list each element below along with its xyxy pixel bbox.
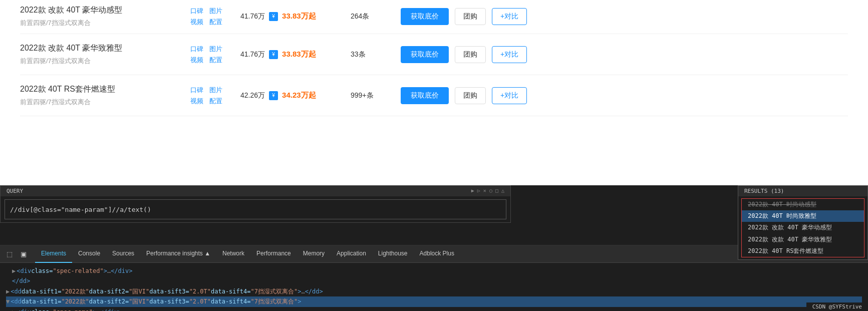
devtools-panel: QUERY ▶ ▷ ✕ ○ □ △ //div[@class="name-par… — [0, 185, 868, 311]
tab-console-label: Console — [78, 250, 100, 257]
result-item-4[interactable]: 2022款 40T RS套件燃速型 — [742, 245, 864, 257]
price-icon-2[interactable]: ¥ — [269, 91, 278, 100]
result-item-1[interactable]: 2022款 40T 时尚致雅型 — [742, 210, 864, 222]
guide-price: 41.76万 — [240, 12, 265, 21]
collapse-icon-3[interactable]: ▶ — [6, 286, 10, 296]
compare-button-2[interactable]: +对比 — [492, 87, 527, 104]
group-buy-button-1[interactable]: 团购 — [455, 46, 486, 63]
car-row-2: 2022款 40T RS套件燃速型 前置四驱/7挡湿式双离合 口碑 图片 视频 … — [20, 75, 848, 116]
query-label: QUERY — [7, 188, 23, 194]
tab-lighthouse[interactable]: Lighthouse — [372, 245, 414, 263]
compare-button[interactable]: +对比 — [492, 8, 527, 25]
status-bar: CSDN @SYFStrive — [806, 302, 868, 311]
result-item-3[interactable]: 2022款 改款 40T 豪华致雅型 — [742, 234, 864, 245]
status-text: CSDN @SYFStrive — [812, 303, 862, 310]
actions: 获取底价 团购 +对比 — [401, 8, 527, 25]
count-text: 264条 — [351, 12, 369, 20]
car-name-2: 2022款 40T RS套件燃速型 — [20, 84, 180, 95]
media-pic-1[interactable]: 图片 — [209, 45, 222, 54]
tab-memory[interactable]: Memory — [297, 245, 331, 263]
html-tree: ▶ <div class="spec-related">…</div> </dd… — [0, 263, 868, 311]
query-panel: QUERY ▶ ▷ ✕ ○ □ △ //div[@class="name-par… — [0, 185, 511, 223]
tab-sources[interactable]: Sources — [106, 245, 140, 263]
main-content: 2022款 改款 40T 豪华动感型 前置四驱/7挡湿式双离合 口碑 图片 视频… — [0, 0, 868, 185]
dealer-price-1: 33.83万起 — [282, 50, 316, 59]
tab-application-label: Application — [337, 250, 366, 257]
car-media-2: 口碑 图片 视频 配置 — [190, 86, 230, 106]
media-link-pic[interactable]: 图片 — [209, 7, 222, 16]
tab-performance[interactable]: Performance — [250, 245, 297, 263]
car-media-1: 口碑 图片 视频 配置 — [190, 45, 230, 65]
results-label: RESULTS (13) — [744, 188, 784, 194]
tab-performance-label: Performance — [256, 250, 291, 257]
media-link-kouBei[interactable]: 口碑 — [190, 7, 203, 16]
media-koubei-1[interactable]: 口碑 — [190, 45, 203, 54]
car-spec-1: 前置四驱/7挡湿式双离合 — [20, 57, 180, 66]
tab-performance-insights[interactable]: Performance insights ▲ — [140, 245, 216, 263]
cursor-icon[interactable]: ⬚ — [4, 248, 15, 259]
price-section: 41.76万 ¥ 33.83万起 — [240, 12, 341, 21]
media-video-2[interactable]: 视频 — [190, 97, 203, 106]
results-box: 2022款 40T 时尚动感型 2022款 40T 时尚致雅型 2022款 改款… — [741, 198, 864, 257]
html-line-1: ▶ <div class="spec-related">…</div> — [6, 266, 862, 276]
tab-network-label: Network — [222, 250, 244, 257]
tab-performance-insights-label: Performance insights ▲ — [146, 250, 210, 257]
car-spec: 前置四驱/7挡湿式双离合 — [20, 19, 180, 28]
actions-2: 获取底价 团购 +对比 — [401, 87, 527, 104]
price-section-1: 41.76万 ¥ 33.83万起 — [240, 50, 341, 59]
tab-adblock[interactable]: Adblock Plus — [414, 245, 460, 263]
get-price-button-1[interactable]: 获取底价 — [401, 46, 449, 63]
car-name-section-1: 2022款 改款 40T 豪华致雅型 前置四驱/7挡湿式双离合 — [20, 43, 180, 66]
media-config-1[interactable]: 配置 — [209, 56, 222, 65]
dealer-price: 33.83万起 — [282, 12, 316, 21]
price-icon[interactable]: ¥ — [269, 12, 278, 21]
tab-adblock-label: Adblock Plus — [420, 250, 454, 257]
html-line-4[interactable]: ▼ <dd data-sift1="2022款" data-sift2="国VI… — [6, 296, 862, 306]
tab-network[interactable]: Network — [216, 245, 250, 263]
query-input[interactable]: //div[@class="name-param"]//a/text() — [5, 199, 506, 219]
dealer-price-2: 34.23万起 — [282, 91, 316, 100]
media-pic-2[interactable]: 图片 — [209, 86, 222, 95]
car-row-1: 2022款 改款 40T 豪华致雅型 前置四驱/7挡湿式双离合 口碑 图片 视频… — [20, 34, 848, 75]
group-buy-button-2[interactable]: 团购 — [455, 87, 486, 104]
media-config-2[interactable]: 配置 — [209, 97, 222, 106]
group-buy-button[interactable]: 团购 — [455, 8, 486, 25]
collapse-icon-1[interactable]: ▶ — [12, 266, 16, 276]
result-item-2[interactable]: 2022款 改款 40T 豪华动感型 — [742, 222, 864, 233]
html-line-5: ▶ <div class="spec-name">…</div> — [6, 307, 862, 311]
count-section: 264条 — [351, 12, 391, 21]
get-price-button-2[interactable]: 获取底价 — [401, 87, 449, 104]
count-text-1: 33条 — [351, 50, 366, 58]
result-item-0[interactable]: 2022款 40T 时尚动感型 — [742, 199, 864, 210]
devtools-icons: ⬚ ▣ — [4, 248, 29, 259]
media-link-video[interactable]: 视频 — [190, 18, 203, 27]
media-koubei-2[interactable]: 口碑 — [190, 86, 203, 95]
car-list: 2022款 改款 40T 豪华动感型 前置四驱/7挡湿式双离合 口碑 图片 视频… — [0, 0, 868, 121]
results-panel: RESULTS (13) 2022款 40T 时尚动感型 2022款 40T 时… — [738, 185, 868, 260]
query-value: //div[@class="name-param"]//a/text() — [10, 206, 151, 213]
compare-button-1[interactable]: +对比 — [492, 46, 527, 63]
collapse-icon-5[interactable]: ▶ — [12, 307, 16, 311]
results-list: 2022款 40T 时尚动感型 2022款 40T 时尚致雅型 2022款 改款… — [742, 199, 864, 257]
tab-console[interactable]: Console — [72, 245, 106, 263]
car-name: 2022款 改款 40T 豪华动感型 — [20, 5, 180, 16]
price-icon-1[interactable]: ¥ — [269, 50, 278, 59]
tab-memory-label: Memory — [303, 250, 325, 257]
collapse-icon-4[interactable]: ▼ — [6, 296, 10, 306]
car-name-section: 2022款 改款 40T 豪华动感型 前置四驱/7挡湿式双离合 — [20, 5, 180, 28]
car-name-section-2: 2022款 40T RS套件燃速型 前置四驱/7挡湿式双离合 — [20, 84, 180, 107]
media-video-1[interactable]: 视频 — [190, 56, 203, 65]
results-header: RESULTS (13) — [738, 186, 867, 196]
count-section-2: 999+条 — [351, 91, 391, 100]
guide-price-2: 42.26万 — [240, 91, 265, 100]
device-icon[interactable]: ▣ — [18, 248, 29, 259]
actions-1: 获取底价 团购 +对比 — [401, 46, 527, 63]
tab-elements[interactable]: Elements — [35, 245, 72, 263]
tab-application[interactable]: Application — [331, 245, 372, 263]
get-price-button[interactable]: 获取底价 — [401, 8, 449, 25]
query-header: QUERY ▶ ▷ ✕ ○ □ △ — [1, 186, 510, 196]
car-name-1: 2022款 改款 40T 豪华致雅型 — [20, 43, 180, 54]
media-link-config[interactable]: 配置 — [209, 18, 222, 27]
count-section-1: 33条 — [351, 50, 391, 59]
guide-price-1: 41.76万 — [240, 50, 265, 59]
